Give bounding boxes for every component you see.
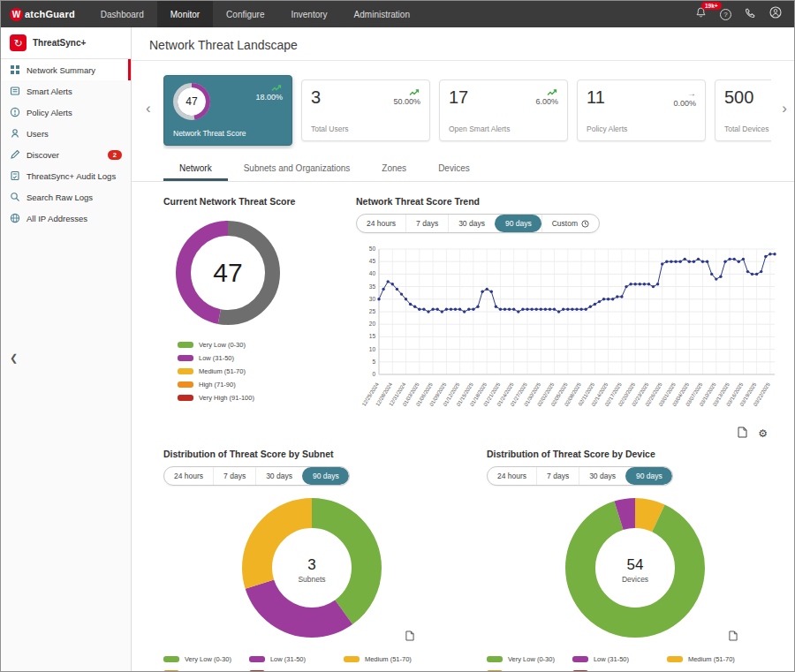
legend-item-very-high: Very High (91-100) bbox=[178, 394, 340, 402]
smart-alerts-icon bbox=[10, 86, 20, 96]
threat-score-trend-chart[interactable]: 0510152025303540455012/25/202412/28/2024… bbox=[356, 240, 784, 431]
legend-item-very-high: Very High (91-100) bbox=[572, 669, 649, 671]
stat-label: Total Users bbox=[311, 125, 349, 134]
stat-delta-value: 50.00% bbox=[393, 97, 420, 106]
range-24-hours-button[interactable]: 24 hours bbox=[164, 467, 213, 485]
audit-logs-icon bbox=[10, 170, 20, 181]
trend-up-icon bbox=[409, 88, 420, 96]
legend-label: High (71-90) bbox=[185, 669, 222, 671]
sidebar-item-users[interactable]: Users bbox=[1, 123, 131, 144]
range-30-days-button[interactable]: 30 days bbox=[448, 215, 495, 232]
range-90-days-button[interactable]: 90 days bbox=[302, 467, 349, 485]
device-distribution-donut[interactable]: 54Devices bbox=[565, 498, 705, 641]
range-90-days-button[interactable]: 90 days bbox=[495, 215, 541, 232]
legend-swatch bbox=[178, 342, 193, 348]
sidebar-item-discover[interactable]: Discover 2 bbox=[1, 144, 131, 165]
tab-network[interactable]: Network bbox=[163, 156, 228, 181]
legend-label: Medium (51-70) bbox=[365, 655, 412, 663]
range-24-hours-button[interactable]: 24 hours bbox=[488, 467, 536, 485]
stat-label: Network Threat Score bbox=[173, 129, 246, 139]
svg-text:47: 47 bbox=[186, 95, 198, 108]
range-7-days-button[interactable]: 7 days bbox=[405, 215, 448, 232]
svg-text:Subnets: Subnets bbox=[298, 575, 325, 584]
carousel-next-button[interactable]: › bbox=[782, 100, 787, 117]
tab-subnets-and-organizations[interactable]: Subnets and Organizations bbox=[228, 156, 367, 181]
legend-item-very-high: Very High (91-100) bbox=[249, 669, 326, 671]
account-button[interactable] bbox=[769, 6, 782, 22]
legend-item-very-low: Very Low (0-30) bbox=[178, 341, 340, 349]
export-icon bbox=[405, 630, 414, 641]
nav-monitor[interactable]: Monitor bbox=[157, 1, 213, 27]
distribution-by-subnet-section: Distribution of Threat Score by Subnet 2… bbox=[163, 445, 460, 671]
sidebar-item-network-summary[interactable]: Network Summary bbox=[1, 59, 131, 80]
legend-swatch bbox=[178, 368, 193, 374]
legend-swatch bbox=[178, 355, 193, 361]
svg-text:15: 15 bbox=[369, 333, 376, 339]
watchguard-logo[interactable]: W atchGuard bbox=[1, 8, 87, 21]
brand-text: atchGuard bbox=[25, 9, 75, 19]
export-icon bbox=[738, 427, 747, 438]
legend-swatch bbox=[344, 656, 360, 662]
range-90-days-button[interactable]: 90 days bbox=[625, 467, 672, 485]
stat-card-network-threat-score[interactable]: 47 18.00% Network Threat Score bbox=[163, 75, 292, 146]
support-phone-button[interactable] bbox=[745, 6, 756, 22]
range-30-days-button[interactable]: 30 days bbox=[255, 467, 302, 485]
legend-item-high: High (71-90) bbox=[163, 669, 231, 671]
svg-text:35: 35 bbox=[369, 283, 376, 290]
chart-settings-button[interactable]: ⚙ bbox=[758, 427, 768, 440]
sidebar-item-smart-alerts[interactable]: Smart Alerts bbox=[1, 80, 131, 102]
threat-score-gauge[interactable]: 47 bbox=[176, 221, 340, 328]
notifications-button[interactable]: 19k+ bbox=[695, 6, 707, 22]
brand-initial: W bbox=[12, 10, 20, 19]
range-30-days-button[interactable]: 30 days bbox=[579, 467, 625, 485]
sidebar-item-search-raw-logs[interactable]: Search Raw Logs bbox=[1, 186, 131, 208]
legend-label: Very Low (0-30) bbox=[508, 655, 555, 663]
trend-up-icon bbox=[547, 88, 558, 96]
export-report-button[interactable] bbox=[729, 629, 738, 645]
legend-label: Low (31-50) bbox=[594, 655, 629, 663]
legend-swatch bbox=[178, 381, 193, 388]
sidebar-item-all-ip-addresses[interactable]: All IP Addresses bbox=[1, 208, 131, 229]
svg-text:10: 10 bbox=[369, 346, 376, 352]
export-report-button[interactable] bbox=[738, 426, 747, 442]
stat-card-policy-alerts[interactable]: 11 → 0.00% Policy Alerts bbox=[577, 79, 706, 141]
subnet-distribution-donut[interactable]: 3Subnets bbox=[242, 498, 382, 641]
notification-count-badge: 19k+ bbox=[701, 2, 722, 10]
trend-time-range-group: 24 hours 7 days 30 days 90 days Custom bbox=[356, 214, 600, 233]
range-24-hours-button[interactable]: 24 hours bbox=[357, 215, 405, 232]
view-tabs: Network Subnets and Organizations Zones … bbox=[132, 156, 794, 182]
nav-configure[interactable]: Configure bbox=[213, 1, 277, 27]
sidebar-item-audit-logs[interactable]: ThreatSync+ Audit Logs bbox=[1, 165, 131, 186]
stat-card-total-users[interactable]: 3 50.00% Total Users bbox=[301, 79, 430, 141]
stat-card-total-devices[interactable]: 500 Total Devices bbox=[715, 79, 771, 141]
policy-alerts-icon bbox=[10, 107, 20, 117]
nav-dashboard[interactable]: Dashboard bbox=[87, 1, 157, 27]
sidebar-item-policy-alerts[interactable]: Policy Alerts bbox=[1, 102, 131, 123]
sidebar-collapse-button[interactable]: ❮ bbox=[10, 352, 18, 364]
legend-label: Medium (51-70) bbox=[199, 367, 246, 375]
legend-item-low: Low (31-50) bbox=[178, 354, 340, 362]
range-7-days-button[interactable]: 7 days bbox=[536, 467, 579, 485]
stat-card-open-smart-alerts[interactable]: 17 6.00% Open Smart Alerts bbox=[439, 79, 568, 141]
tab-devices[interactable]: Devices bbox=[422, 156, 486, 181]
export-report-button[interactable] bbox=[405, 629, 414, 645]
stat-label: Total Devices bbox=[724, 125, 769, 134]
topnav-utilities: 19k+ ? bbox=[695, 6, 794, 22]
app-window: W atchGuard Dashboard Monitor Configure … bbox=[0, 0, 795, 672]
range-custom-button[interactable]: Custom bbox=[541, 215, 599, 232]
legend-label: Very High (91-100) bbox=[199, 394, 254, 402]
svg-text:5: 5 bbox=[372, 359, 375, 365]
help-button[interactable]: ? bbox=[720, 9, 731, 20]
sidebar: ↻ ThreatSync+ Network Summary Smart Aler… bbox=[1, 27, 132, 671]
stat-delta-value: 0.00% bbox=[673, 99, 696, 108]
nav-inventory[interactable]: Inventory bbox=[277, 1, 340, 27]
legend-swatch bbox=[487, 656, 503, 662]
main-content: Network Threat Landscape ‹ 47 18.00% Net… bbox=[132, 27, 794, 671]
legend-swatch bbox=[249, 656, 265, 662]
carousel-prev-button[interactable]: ‹ bbox=[146, 100, 151, 117]
nav-administration[interactable]: Administration bbox=[341, 1, 423, 27]
legend-item-high: High (71-90) bbox=[178, 381, 340, 389]
tab-zones[interactable]: Zones bbox=[366, 156, 422, 181]
sidebar-item-label: Users bbox=[26, 129, 49, 139]
range-7-days-button[interactable]: 7 days bbox=[213, 467, 255, 485]
